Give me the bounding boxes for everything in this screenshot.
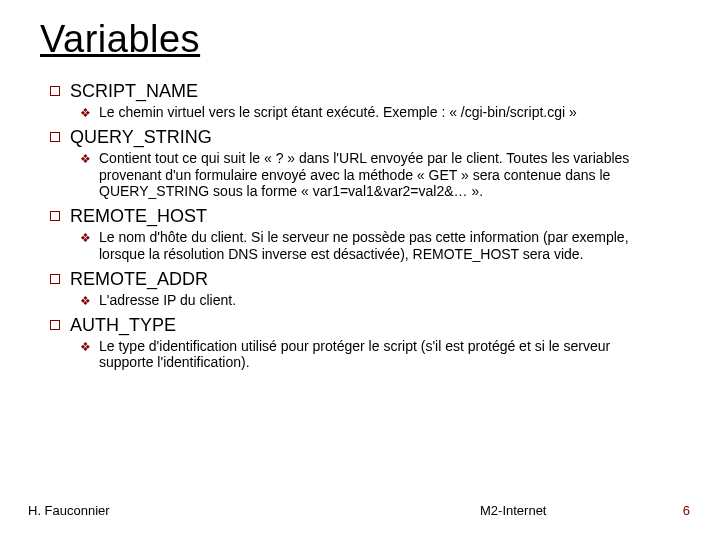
list-item: REMOTE_HOST ❖ Le nom d'hôte du client. S… xyxy=(50,206,680,263)
item-description: Contient tout ce qui suit le « ? » dans … xyxy=(99,150,659,200)
level1-row: REMOTE_HOST xyxy=(50,206,680,227)
page-number: 6 xyxy=(683,503,690,518)
item-description: Le chemin virtuel vers le script étant e… xyxy=(99,104,577,121)
item-heading: QUERY_STRING xyxy=(70,127,212,148)
list-item: AUTH_TYPE ❖ Le type d'identification uti… xyxy=(50,315,680,372)
diamond-bullet-icon: ❖ xyxy=(80,295,91,307)
diamond-bullet-icon: ❖ xyxy=(80,341,91,353)
level2-row: ❖ L'adresse IP du client. xyxy=(50,292,680,309)
item-heading: SCRIPT_NAME xyxy=(70,81,198,102)
footer-author: H. Fauconnier xyxy=(28,503,110,518)
item-description: L'adresse IP du client. xyxy=(99,292,236,309)
level1-row: SCRIPT_NAME xyxy=(50,81,680,102)
level1-row: AUTH_TYPE xyxy=(50,315,680,336)
item-heading: REMOTE_HOST xyxy=(70,206,207,227)
footer-course: M2-Internet xyxy=(480,503,546,518)
diamond-bullet-icon: ❖ xyxy=(80,107,91,119)
square-bullet-icon xyxy=(50,86,60,96)
level1-row: REMOTE_ADDR xyxy=(50,269,680,290)
slide: Variables SCRIPT_NAME ❖ Le chemin virtue… xyxy=(0,0,720,540)
diamond-bullet-icon: ❖ xyxy=(80,232,91,244)
square-bullet-icon xyxy=(50,132,60,142)
item-heading: REMOTE_ADDR xyxy=(70,269,208,290)
level2-row: ❖ Le chemin virtuel vers le script étant… xyxy=(50,104,680,121)
item-heading: AUTH_TYPE xyxy=(70,315,176,336)
level2-row: ❖ Le nom d'hôte du client. Si le serveur… xyxy=(50,229,680,263)
level2-row: ❖ Le type d'identification utilisé pour … xyxy=(50,338,680,372)
square-bullet-icon xyxy=(50,320,60,330)
list-item: QUERY_STRING ❖ Contient tout ce qui suit… xyxy=(50,127,680,200)
diamond-bullet-icon: ❖ xyxy=(80,153,91,165)
item-description: Le nom d'hôte du client. Si le serveur n… xyxy=(99,229,659,263)
level1-row: QUERY_STRING xyxy=(50,127,680,148)
list-item: REMOTE_ADDR ❖ L'adresse IP du client. xyxy=(50,269,680,309)
level2-row: ❖ Contient tout ce qui suit le « ? » dan… xyxy=(50,150,680,200)
square-bullet-icon xyxy=(50,274,60,284)
list-item: SCRIPT_NAME ❖ Le chemin virtuel vers le … xyxy=(50,81,680,121)
item-description: Le type d'identification utilisé pour pr… xyxy=(99,338,659,372)
square-bullet-icon xyxy=(50,211,60,221)
body-content: SCRIPT_NAME ❖ Le chemin virtuel vers le … xyxy=(40,81,680,371)
slide-title: Variables xyxy=(40,18,680,61)
